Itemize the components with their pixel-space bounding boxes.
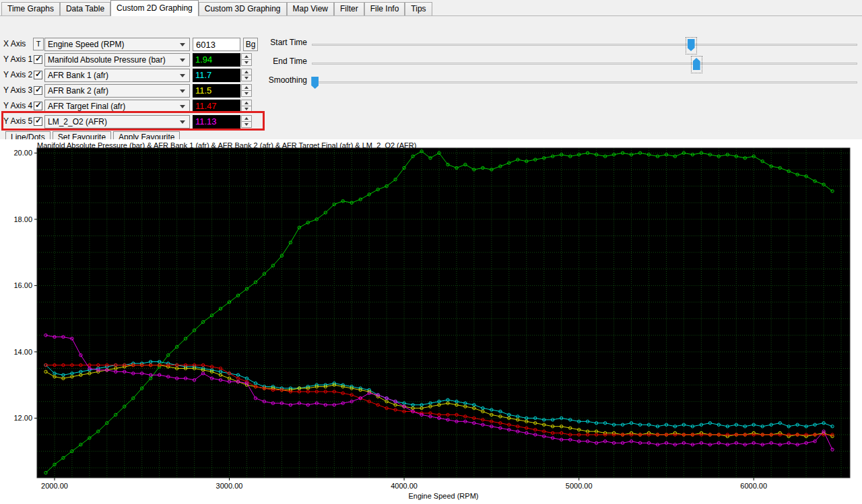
- y-tick-label: 14.00: [13, 348, 32, 356]
- y-axis-4-value: 11.47: [193, 100, 240, 113]
- plot-area[interactable]: [37, 148, 850, 478]
- arrow-up-icon: [244, 102, 248, 104]
- arrow-down-icon: [244, 92, 248, 95]
- x-tick-label: 5000.00: [566, 482, 593, 490]
- x-tick-label: 6000.00: [740, 482, 767, 490]
- y-axis-row-4: Y Axis 4✓AFR Target Final (afr)11.47: [0, 99, 269, 113]
- y-axis-5-channel-select[interactable]: LM_2_O2 (AFR): [44, 115, 190, 129]
- y-axis-4-checkbox[interactable]: ✓: [34, 102, 42, 110]
- tab-time-graphs[interactable]: Time Graphs: [1, 2, 60, 15]
- y-axis-4-label: Y Axis 4: [3, 101, 32, 110]
- chevron-down-icon: [180, 105, 185, 108]
- x-tick-label: 3000.00: [216, 482, 243, 490]
- check-icon: ✓: [35, 100, 42, 110]
- control-panel: X Axis T Engine Speed (RPM) Bg Y Axis 1✓…: [0, 16, 862, 139]
- y-axis-5-selected-option: LM_2_O2 (AFR): [45, 117, 180, 127]
- arrow-down-icon: [244, 108, 248, 110]
- smoothing-slider-thumb[interactable]: [311, 77, 319, 89]
- spinner-down-button[interactable]: [241, 90, 252, 97]
- chart-panel: 12.0014.0016.0018.0020.002000.003000.004…: [0, 139, 862, 504]
- start-time-slider[interactable]: [312, 44, 857, 46]
- y-axis-row-5: Y Axis 5✓LM_2_O2 (AFR)11.13: [0, 114, 269, 129]
- tab-custom-2d-graphing[interactable]: Custom 2D Graphing: [110, 0, 199, 16]
- tab-file-info[interactable]: File Info: [364, 2, 405, 15]
- arrow-down-icon: [244, 123, 248, 126]
- y-axis-5-label: Y Axis 5: [3, 116, 32, 126]
- tab-tips[interactable]: Tips: [405, 2, 432, 15]
- tab-bar: Time GraphsData TableCustom 2D GraphingC…: [0, 0, 862, 16]
- y-axis-5-value: 11.13: [193, 115, 240, 129]
- start-time-slider-row: Start Time: [0, 36, 859, 53]
- end-time-slider-row: End Time: [0, 55, 859, 72]
- arrow-up-icon: [244, 117, 248, 120]
- chart-title: Manifold Absolute Pressure (bar) & AFR B…: [37, 141, 416, 149]
- y-tick-label: 18.00: [13, 215, 32, 223]
- tab-filter[interactable]: Filter: [334, 2, 364, 15]
- chart-canvas[interactable]: 12.0014.0016.0018.0020.002000.003000.004…: [0, 139, 862, 504]
- x-tick-label: 4000.00: [391, 482, 418, 490]
- tab-data-table[interactable]: Data Table: [60, 2, 110, 15]
- y-axis-5-checkbox[interactable]: ✓: [34, 117, 42, 126]
- y-tick-label: 20.00: [13, 149, 32, 157]
- start-time-label: Start Time: [260, 38, 307, 47]
- end-time-slider[interactable]: [312, 63, 857, 65]
- y-axis-4-channel-select[interactable]: AFR Target Final (afr): [44, 100, 190, 113]
- end-time-label: End Time: [260, 57, 307, 66]
- y-axis-5-spinner: [241, 115, 252, 129]
- smoothing-slider[interactable]: [312, 81, 857, 83]
- spinner-down-button[interactable]: [241, 106, 252, 112]
- spinner-down-button[interactable]: [241, 121, 252, 128]
- x-tick-label: 2000.00: [41, 482, 68, 490]
- chart-x-axis-title: Engine Speed (RPM): [37, 492, 850, 500]
- tab-custom-3d-graphing[interactable]: Custom 3D Graphing: [199, 2, 287, 15]
- tab-map-view[interactable]: Map View: [287, 2, 334, 15]
- y-tick-label: 12.00: [13, 414, 32, 422]
- check-icon: ✓: [35, 116, 42, 125]
- y-tick-label: 16.00: [13, 281, 32, 289]
- y-axis-4-selected-option: AFR Target Final (afr): [45, 102, 180, 111]
- smoothing-label: Smoothing: [260, 75, 307, 85]
- chevron-down-icon: [180, 120, 185, 124]
- y-axis-4-spinner: [241, 100, 252, 113]
- smoothing-slider-row: Smoothing: [0, 73, 859, 91]
